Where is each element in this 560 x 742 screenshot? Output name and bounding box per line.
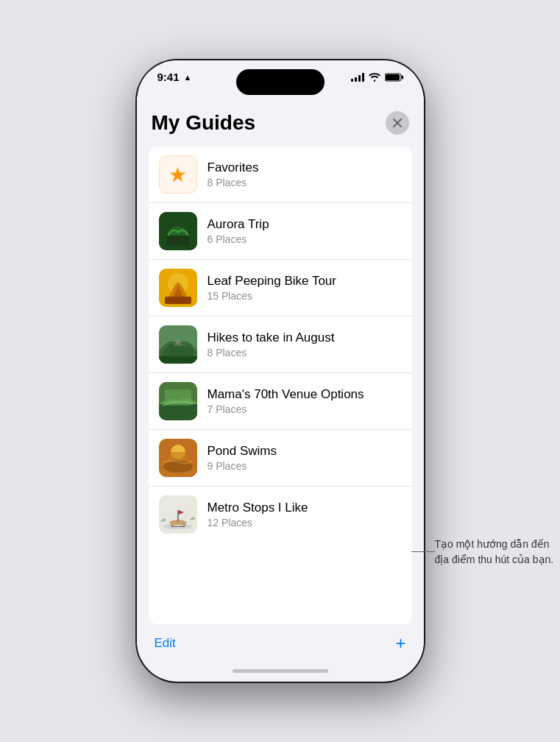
guide-info: Leaf Peeping Bike Tour 15 Places <box>208 274 336 302</box>
status-icons <box>351 73 403 82</box>
guide-thumbnail <box>159 439 197 477</box>
guide-info: Favorites 8 Places <box>208 160 259 188</box>
guide-count: 6 Places <box>208 233 269 245</box>
aurora-thumb <box>159 212 197 250</box>
guide-thumbnail <box>159 495 197 534</box>
svg-rect-10 <box>159 356 197 364</box>
guide-info: Aurora Trip 6 Places <box>208 217 269 245</box>
signal-icon <box>351 73 364 82</box>
list-item[interactable]: ★ Favorites 8 Places <box>149 146 412 203</box>
svg-rect-12 <box>159 404 197 420</box>
svg-rect-8 <box>165 297 191 304</box>
star-icon: ★ <box>169 163 187 187</box>
phone-frame: 9:41 ▲ <box>137 60 424 682</box>
wifi-icon <box>369 73 380 82</box>
guide-thumbnail <box>159 269 197 307</box>
location-icon: ▲ <box>184 73 192 82</box>
pond-thumb <box>159 439 197 477</box>
guide-thumbnail <box>159 212 197 250</box>
list-item[interactable]: Metro Stops I Like 12 Places <box>149 487 412 543</box>
home-indicator <box>137 660 424 682</box>
svg-rect-5 <box>166 236 190 246</box>
guide-name: Mama's 70th Venue Options <box>208 387 364 402</box>
status-time: 9:41 ▲ <box>157 71 192 83</box>
guide-name: Leaf Peeping Bike Tour <box>208 274 336 289</box>
guide-info: Metro Stops I Like 12 Places <box>208 501 308 529</box>
guides-list: ★ Favorites 8 Places <box>149 146 412 624</box>
guide-name: Favorites <box>208 160 259 175</box>
edit-button[interactable]: Edit <box>155 636 176 651</box>
mama-thumb <box>159 382 197 420</box>
guides-panel: My Guides ★ <box>137 96 424 624</box>
home-bar <box>233 669 328 673</box>
close-icon <box>392 118 403 128</box>
list-item[interactable]: Aurora Trip 6 Places <box>149 203 412 260</box>
hikes-thumb <box>159 325 197 364</box>
guide-thumbnail: ★ <box>159 155 197 194</box>
bottom-bar: Edit + <box>137 624 424 660</box>
phone-screen: 9:41 ▲ <box>137 60 424 682</box>
guide-name: Aurora Trip <box>208 217 269 232</box>
guide-count: 7 Places <box>208 403 364 415</box>
screen-content: My Guides ★ <box>137 89 424 682</box>
list-item[interactable]: Hikes to take in August 8 Places <box>149 317 412 373</box>
svg-rect-1 <box>401 75 403 79</box>
battery-icon <box>385 73 403 82</box>
time-display: 9:41 <box>157 71 180 83</box>
svg-rect-19 <box>177 510 179 522</box>
guide-count: 9 Places <box>208 460 277 472</box>
guide-count: 15 Places <box>208 290 336 302</box>
guide-info: Mama's 70th Venue Options 7 Places <box>208 387 364 415</box>
list-item[interactable]: Leaf Peeping Bike Tour 15 Places <box>149 260 412 317</box>
callout-annotation: Tạo một hướng dẫn đến địa điểm thu hút c… <box>435 537 560 568</box>
guide-count: 12 Places <box>208 517 308 529</box>
metro-thumb <box>159 495 197 534</box>
page-title: My Guides <box>152 111 256 135</box>
guide-name: Metro Stops I Like <box>208 501 308 515</box>
leaf-thumb <box>159 269 197 307</box>
guide-thumbnail <box>159 382 197 420</box>
guide-info: Hikes to take in August 8 Places <box>208 331 335 358</box>
list-item[interactable]: Mama's 70th Venue Options 7 Places <box>149 373 412 430</box>
guide-name: Pond Swims <box>208 444 277 459</box>
svg-rect-2 <box>386 74 400 80</box>
list-item[interactable]: Pond Swims 9 Places <box>149 430 412 487</box>
callout-line <box>411 551 435 552</box>
close-button[interactable] <box>386 111 409 135</box>
dynamic-island <box>236 69 325 95</box>
add-button[interactable]: + <box>395 635 405 652</box>
guide-info: Pond Swims 9 Places <box>208 444 277 472</box>
guide-count: 8 Places <box>208 177 259 188</box>
guide-thumbnail <box>159 325 197 364</box>
guide-name: Hikes to take in August <box>208 331 335 345</box>
callout-text: Tạo một hướng dẫn đến địa điểm thu hút c… <box>435 538 554 565</box>
panel-header: My Guides <box>149 96 412 146</box>
guide-count: 8 Places <box>208 347 335 358</box>
